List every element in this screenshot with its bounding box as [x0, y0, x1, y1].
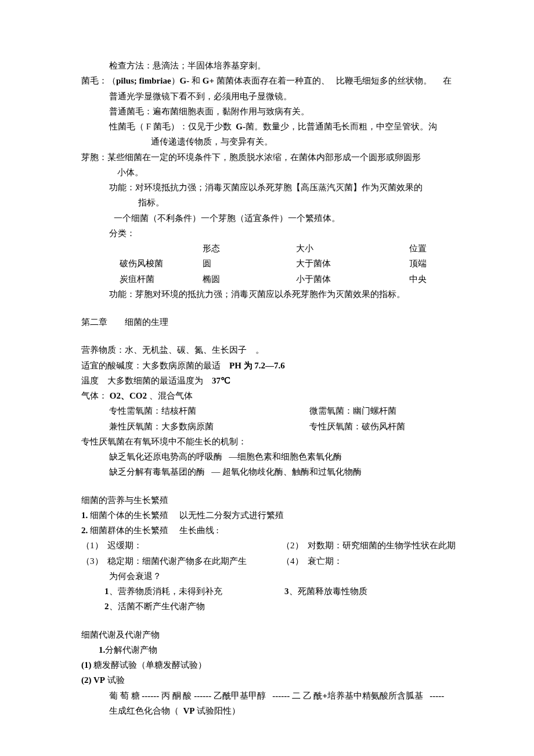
text-line: (1) 糖发酵试验（单糖发酵试验）: [81, 657, 464, 672]
text-line: 普通光学显微镜下看不到，必须用电子显微镜。: [81, 89, 464, 104]
text-line: 菌毛：（pilus; fimbriae）G- 和 G+ 菌菌体表面存在着一种直的…: [81, 73, 464, 88]
text-line: 1、营养物质消耗，未得到补充 3、死菌释放毒性物质: [81, 584, 464, 599]
text-line: 专性厌氧菌在有氧环境中不能生长的机制：: [81, 434, 464, 449]
section-heading: 细菌代谢及代谢产物: [81, 627, 464, 642]
table-row: 破伤风梭菌 圆 大于菌体 顶端: [81, 256, 464, 271]
table-header: 形态 大小 位置: [81, 241, 464, 256]
text-line: 2、活菌不断产生代谢产物: [81, 599, 464, 614]
text-line: 指标。: [81, 195, 464, 210]
text-line: 一个细菌（不利条件）一个芽胞（适宜条件）一个繁殖体。: [81, 211, 464, 226]
text-line: 1.分解代谢产物: [81, 642, 464, 657]
text-line: （1） 迟缓期： （2） 对数期：研究细菌的生物学性状在此期: [81, 538, 464, 553]
text-line: 检查方法：悬滴法；半固体培养基穿刺。: [81, 58, 464, 73]
text-line: 2. 细菌群体的生长繁殖 生长曲线 :: [81, 523, 464, 538]
text-line: 缺乏分解有毒氧基团的酶 — 超氧化物歧化酶、触酶和过氧化物酶: [81, 464, 464, 479]
text-line: 1. 细菌个体的生长繁殖 以无性二分裂方式进行繁殖: [81, 508, 464, 523]
text-line: 缺乏氧化还原电势高的呼吸酶 —细胞色素和细胞色素氧化酶: [81, 449, 464, 464]
text-line: 生成红色化合物（ VP 试验阳性）: [81, 703, 464, 718]
table-row: 炭疽杆菌 椭圆 小于菌体 中央: [81, 272, 464, 287]
text-line: 气体： O2、CO2 、混合气体: [81, 388, 464, 403]
text-line: 小体。: [81, 165, 464, 180]
text-line: 适宜的酸碱度：大多数病原菌的最适 PH 为 7.2—7.6: [81, 358, 464, 373]
text-line: 温度 大多数细菌的最适温度为 37℃: [81, 373, 464, 388]
text-line: 专性需氧菌：结核杆菌 微需氧菌：幽门螺杆菌: [81, 403, 464, 418]
text-line: 功能：对环境抵抗力强；消毒灭菌应以杀死芽胞【高压蒸汽灭菌】作为灭菌效果的: [81, 180, 464, 195]
text-line: 功能：芽胞对环境的抵抗力强；消毒灭菌应以杀死芽胞作为灭菌效果的指标。: [81, 287, 464, 302]
section-heading: 细菌的营养与生长繁殖: [81, 493, 464, 508]
text-line: 兼性厌氧菌：大多数病原菌 专性厌氧菌：破伤风杆菌: [81, 419, 464, 434]
text-line: 芽胞：某些细菌在一定的环境条件下，胞质脱水浓缩，在菌体内部形成一个圆形或卵圆形: [81, 150, 464, 165]
text-line: 通传递遗传物质，与变异有关。: [81, 134, 464, 149]
chapter-heading: 第二章 细菌的生理: [81, 314, 464, 330]
text-line: (2) VP 试验: [81, 672, 464, 688]
text-line: 性菌毛（ F 菌毛）：仅见于少数 G-菌。数量少，比普通菌毛长而粗，中空呈管状。…: [81, 119, 464, 134]
text-line: 营养物质：水、无机盐、碳、氮、生长因子 。: [81, 342, 464, 357]
text-line: 葡 萄 糖 ------ 丙 酮 酸 ------ 乙酰甲基甲醇 ------ …: [81, 688, 464, 703]
text-line: （3） 稳定期：细菌代谢产物多在此期产生 （4） 衰亡期：: [81, 554, 464, 569]
text-line: 分类：: [81, 226, 464, 241]
text-line: 普通菌毛：遍布菌细胞表面，黏附作用与致病有关。: [81, 104, 464, 119]
text-line: 为何会衰退？: [81, 569, 464, 584]
